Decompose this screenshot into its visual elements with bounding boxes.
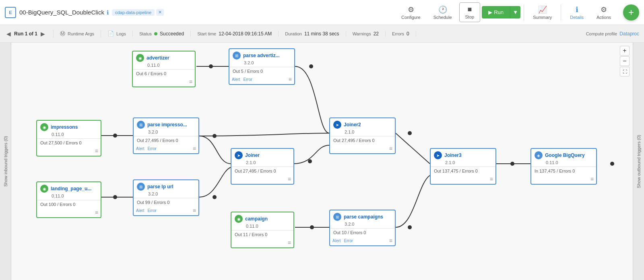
duration-label: Duration (285, 31, 302, 36)
runtime-args-icon[interactable]: Ⓜ (60, 30, 65, 37)
node-title-campaign: campaign (245, 216, 268, 222)
nav-divider-1 (524, 4, 524, 21)
run-dropdown-btn[interactable]: ▼ (510, 6, 520, 19)
node-error-parse-impresso[interactable]: Error (148, 146, 157, 151)
node-menu-campaign[interactable]: ≡ (288, 239, 291, 246)
compute-value[interactable]: Dataproc (619, 31, 639, 37)
prev-run-btn[interactable]: ◀ (5, 30, 12, 38)
compute-profile: Compute profile Dataproc (586, 31, 639, 37)
warnings-section: Warnings 22 (346, 31, 386, 37)
node-menu-parse-advertiz[interactable]: ≡ (289, 76, 292, 82)
node-stats-parse-lp-url: Out 99 / Errors 0 (134, 199, 198, 206)
node-version-campaign: 0.11.0 (232, 224, 293, 229)
errors-section: Errors 0 (386, 31, 416, 37)
details-icon: ℹ (576, 5, 578, 14)
node-parse-campaigns[interactable]: ⊞ parse campaigns 3.2.0 Out 10 / Errors … (329, 210, 396, 246)
node-icon-joiner2: ➤ (333, 121, 341, 129)
node-alert-parse-impresso[interactable]: Alert (136, 146, 144, 151)
pipeline-canvas: Show inbound triggers (0) Show outbound … (0, 43, 644, 280)
node-title-parse-impresso: parse impresso... (147, 122, 187, 128)
errors-label: Errors (392, 31, 404, 36)
tag-close-btn[interactable]: ✕ (156, 9, 164, 16)
info-icon[interactable]: ℹ (107, 9, 109, 16)
node-title-landing-page: landing_page_u... (51, 186, 91, 191)
node-error-parse-advertiz[interactable]: Error (244, 77, 252, 82)
node-stats-parse-campaigns: Out 10 / Errors 0 (330, 229, 395, 237)
node-alert-parse-lp-url[interactable]: Alert (136, 208, 144, 213)
runtime-args-label[interactable]: Runtime Args (68, 31, 94, 36)
logs-icon[interactable]: 📄 (107, 31, 114, 37)
node-icon-joiner: ➤ (235, 151, 243, 159)
node-menu-landing-page[interactable]: ≡ (95, 209, 98, 216)
run-btn[interactable]: ▶ Run (482, 6, 510, 19)
node-icon-impressons: ◉ (40, 123, 48, 131)
zoom-in-btn[interactable]: + (620, 46, 630, 56)
node-google-bigquery[interactable]: ◈ Google BigQuery 0.11.0 In 137,475 / Er… (530, 148, 597, 185)
node-stats-joiner3: Out 137,475 / Errors 0 (431, 168, 495, 175)
node-alert-parse-campaigns[interactable]: Alert (332, 239, 341, 243)
node-joiner3[interactable]: ➤ Joiner3 2.1.0 Out 137,475 / Errors 0 ≡ (430, 148, 496, 185)
warnings-value: 22 (374, 31, 379, 37)
node-parse-advertiz[interactable]: ⊞ parse advertiz... 3.2.0 Out 5 / Errors… (229, 48, 295, 85)
node-alert-parse-advertiz[interactable]: Alert (232, 77, 240, 82)
summary-btn[interactable]: 📈 Summary (527, 3, 557, 22)
node-menu-parse-lp-url[interactable]: ≡ (193, 207, 196, 214)
node-advertizer[interactable]: ◉ advertizer 0.11.0 Out 6 / Errors 0 ≡ (132, 51, 196, 87)
nav-divider-2 (561, 4, 561, 21)
run-icon: ▶ (488, 9, 492, 15)
node-menu-joiner3[interactable]: ≡ (490, 176, 493, 182)
node-campaign[interactable]: ◉ campaign 0.11.0 Out 11 / Errors 0 ≡ (231, 212, 294, 248)
status-value: Succeeded (160, 31, 184, 37)
node-version-parse-impresso: 3.2.0 (134, 130, 198, 135)
node-landing-page[interactable]: ◉ landing_page_u... 0.11.0 Out 100 / Err… (36, 181, 101, 218)
node-icon-landing-page: ◉ (40, 185, 48, 193)
node-title-parse-advertiz: parse advertiz... (243, 53, 280, 58)
stop-icon: ■ (467, 5, 472, 14)
add-pipeline-btn[interactable]: + (623, 4, 639, 21)
next-run-btn[interactable]: ▶ (39, 30, 47, 38)
node-title-joiner3: Joiner3 (444, 152, 462, 158)
outbound-triggers-panel[interactable]: Show outbound triggers (0) (633, 43, 644, 280)
node-stats-impressons: Out 27,500 / Errors 0 (37, 140, 101, 147)
node-stats-parse-impresso: Out 27,495 / Errors 0 (134, 137, 198, 144)
node-stats-joiner2: Out 27,495 / Errors 0 (330, 137, 395, 144)
fit-screen-btn[interactable]: ⛶ (620, 67, 630, 76)
zoom-out-btn[interactable]: − (620, 56, 630, 66)
node-joiner[interactable]: ➤ Joiner 2.1.0 Out 27,495 / Errors 0 ≡ (231, 148, 294, 185)
node-menu-impressons[interactable]: ≡ (95, 148, 98, 154)
node-parse-impresso[interactable]: ⊞ parse impresso... 3.2.0 Out 27,495 / E… (133, 117, 199, 154)
node-stats-google-bigquery: In 137,475 / Errors 0 (531, 168, 596, 175)
schedule-icon: 🕐 (438, 5, 447, 14)
pipeline-title: 00-BigQuery_SQL_DoubleClick (19, 9, 104, 16)
status-label: Status (139, 31, 152, 36)
node-menu-joiner2[interactable]: ≡ (389, 145, 392, 152)
node-menu-parse-campaigns[interactable]: ≡ (389, 237, 392, 244)
inbound-triggers-label: Show inbound triggers (0) (3, 136, 8, 187)
node-error-parse-campaigns[interactable]: Error (344, 239, 353, 243)
app-icon: E (5, 7, 16, 18)
node-menu-advertizer[interactable]: ≡ (189, 78, 192, 85)
schedule-btn[interactable]: 🕐 Schedule (428, 3, 458, 22)
details-btn[interactable]: ℹ Details (564, 3, 589, 22)
nav-actions: ⚙ Configure 🕐 Schedule ■ Stop ▶ Run ▼ 📈 … (396, 2, 639, 22)
node-icon-google-bigquery: ◈ (535, 151, 543, 159)
node-version-joiner2: 2.1.0 (331, 130, 395, 135)
node-icon-advertizer: ◉ (136, 54, 144, 62)
node-error-parse-lp-url[interactable]: Error (148, 208, 157, 213)
node-joiner2[interactable]: ➤ Joiner2 2.1.0 Out 27,495 / Errors 0 ≡ (329, 117, 396, 154)
stop-btn[interactable]: ■ Stop (459, 2, 481, 22)
inbound-triggers-panel[interactable]: Show inbound triggers (0) (0, 43, 11, 280)
actions-btn[interactable]: ⚙ Actions (591, 3, 617, 22)
logs-label[interactable]: Logs (116, 31, 126, 36)
node-impressons[interactable]: ◉ impressons 0.11.0 Out 27,500 / Errors … (36, 120, 101, 156)
nodes-container: ◉ advertizer 0.11.0 Out 6 / Errors 0 ≡ ⊞… (11, 43, 633, 280)
node-icon-parse-impresso: ⊞ (137, 121, 145, 129)
status-section: Status Succeeded (133, 31, 191, 37)
node-parse-lp-url[interactable]: ⊞ parse lp url 3.2.0 Out 99 / Errors 0 A… (133, 179, 199, 216)
node-menu-parse-impresso[interactable]: ≡ (193, 145, 196, 152)
node-icon-parse-advertiz: ⊞ (233, 51, 241, 60)
node-version-joiner3: 2.1.0 (431, 160, 495, 166)
node-menu-google-bigquery[interactable]: ≡ (590, 176, 594, 182)
node-menu-joiner[interactable]: ≡ (288, 176, 291, 182)
configure-btn[interactable]: ⚙ Configure (396, 3, 426, 22)
